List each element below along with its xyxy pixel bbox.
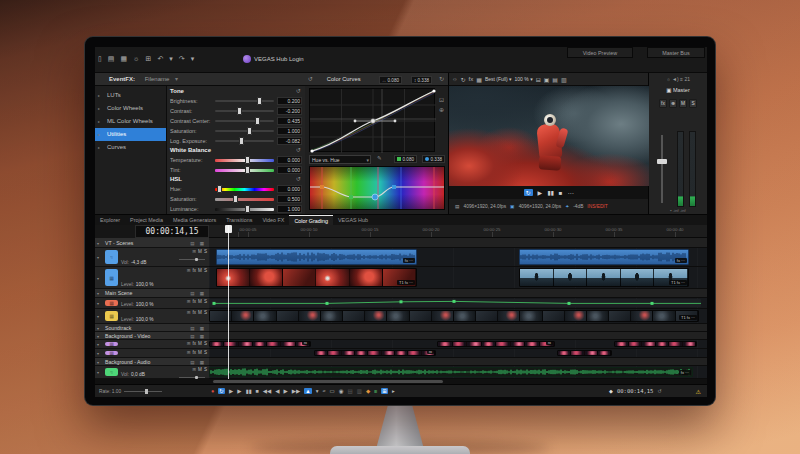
cursor-timecode[interactable]: 00:00:14,15 [617, 388, 653, 394]
timeline-clip[interactable]: fx [209, 341, 311, 347]
stop-button[interactable]: ■ [559, 190, 563, 196]
track-color-chip[interactable]: ▦ [105, 311, 118, 321]
sidebar-item-curves[interactable]: Curves [95, 141, 166, 154]
timeline-clip[interactable] [557, 350, 612, 356]
reset-icon[interactable]: ↺ [308, 76, 313, 82]
track-content[interactable] [209, 298, 707, 309]
track-button-fx[interactable]: fx [193, 341, 197, 346]
split-screen-icon[interactable]: ▦ [476, 76, 482, 83]
track-header[interactable]: ▾▦⊞fxMS [95, 340, 209, 349]
master-button-fx[interactable]: fx [659, 99, 667, 108]
snapshot-save-icon[interactable]: ▥ [561, 76, 567, 83]
track-button-s[interactable]: S [204, 310, 207, 315]
scrollbar-thumb[interactable] [213, 380, 443, 383]
value-box[interactable]: 0.435 [277, 117, 302, 125]
track-content[interactable]: fx ⋯ [209, 366, 707, 379]
track-header[interactable]: ▾Soundtrack▤ ▦ [95, 324, 209, 332]
track-content[interactable] [209, 358, 707, 366]
group-icons[interactable]: ▤ ▦ [190, 359, 206, 364]
record-button[interactable]: ● [211, 388, 214, 394]
redo-icon[interactable]: ↷ [179, 55, 185, 63]
zoom-tool-button[interactable]: ◉ [339, 388, 344, 394]
clip-fx-badge[interactable]: fx [546, 341, 553, 345]
new-project-icon[interactable]: ▯ [98, 55, 102, 63]
eventfx-preset[interactable]: Filename [145, 76, 170, 82]
track-content[interactable] [209, 332, 707, 340]
slider-contrast-center-[interactable] [215, 116, 274, 126]
track-content[interactable]: fx [209, 349, 707, 358]
track-level-label[interactable]: Level:100,0 % [121, 302, 153, 307]
previous-frame-button[interactable]: ◀ [275, 388, 279, 394]
track-color-chip[interactable]: ≈ [105, 250, 118, 264]
edit-tool-dropdown-button[interactable]: ▾ [316, 388, 319, 394]
track-content[interactable]: fx ⋯fx ⋯ [209, 248, 707, 267]
timeline-clip[interactable] [209, 299, 701, 307]
track-options-icon[interactable]: ⊞ [192, 249, 196, 254]
track-level-label[interactable]: Level:100,0 % [121, 282, 153, 287]
track-button-s[interactable]: S [204, 249, 207, 254]
collapse-chevron-icon[interactable]: ▾ [97, 325, 99, 330]
track-level-label[interactable]: Vol:-4,3 dB [121, 260, 146, 265]
loop-region-icon[interactable]: ↺ [657, 388, 661, 394]
speaker-icon[interactable]: ◄) [672, 76, 679, 82]
slider-contrast-[interactable] [215, 106, 274, 116]
track-button-fx[interactable]: fx [193, 350, 197, 355]
slider-tint-[interactable] [215, 165, 274, 175]
slider-luminance-[interactable] [215, 204, 274, 214]
value-box[interactable]: 0.000 [277, 156, 302, 164]
group-icons[interactable]: ▤ ▦ [190, 240, 206, 245]
window-layout-icon[interactable]: ⊞ [146, 55, 152, 63]
pause-button[interactable]: ▮▮ [547, 189, 554, 196]
hue-a-value[interactable]: 0.080 [394, 155, 417, 163]
undo-history-icon[interactable]: ▾ [169, 55, 173, 63]
gear-icon[interactable]: ☼ [666, 76, 671, 82]
open-project-icon[interactable]: ▤ [108, 55, 115, 63]
track-color-chip[interactable]: ▦ [105, 269, 118, 286]
clip-fx-badge[interactable]: fx ⋯ [403, 258, 415, 263]
track-color-chip[interactable]: ▦ [105, 342, 118, 346]
track-color-chip[interactable]: ▦ [105, 300, 118, 306]
track-button-m[interactable]: M [198, 310, 202, 315]
collapse-chevron-icon[interactable]: ▾ [97, 351, 99, 356]
grouping-button[interactable]: ⊞ [381, 388, 388, 394]
curve-editor-tools[interactable]: ⊡⊕ [437, 95, 446, 115]
meter-range[interactable]: 21 [684, 76, 690, 82]
track-header[interactable]: ▾▦⊞fxMSLevel:100,0 % [95, 298, 209, 309]
value-box[interactable]: 0.000 [277, 185, 302, 193]
collapse-chevron-icon[interactable]: ▾ [97, 301, 99, 306]
timeline-clip[interactable]: fx [314, 350, 436, 356]
collapse-chevron-icon[interactable]: ▾ [97, 255, 99, 260]
collapse-chevron-icon[interactable]: ▾ [97, 275, 99, 280]
tab-explorer[interactable]: Explorer [95, 215, 125, 225]
track-fader[interactable] [179, 377, 205, 378]
track-header[interactable]: ▾▦⊞fxMS [95, 349, 209, 358]
preview-zoom-dropdown[interactable]: 100 % ▾ [515, 76, 533, 82]
track-header[interactable]: ▾▦⊞fxMSLevel:100,0 % [95, 267, 209, 289]
clip-fx-badge[interactable]: T1 fx ⋯ [669, 280, 687, 285]
sidebar-item-luts[interactable]: LUTs [95, 89, 166, 102]
tab-color-grading[interactable]: Color Grading [289, 215, 333, 225]
timecode-display[interactable]: 00:00:14,15 [135, 225, 209, 238]
clip-fx-badge[interactable]: T1 fx ⋯ [397, 280, 415, 285]
track-button-s[interactable]: S [204, 367, 207, 372]
master-button-s[interactable]: S [689, 99, 697, 108]
value-box[interactable]: 1.000 [277, 205, 302, 213]
timeline-clip[interactable]: fx ⋯ [519, 249, 689, 265]
track-header[interactable]: ▾≈⊞MSVol:0,0 dB [95, 366, 209, 379]
play-button[interactable]: ▶ [237, 388, 241, 394]
collapse-chevron-icon[interactable]: ▾ [97, 342, 99, 347]
track-color-chip[interactable]: ≈ [105, 368, 118, 376]
value-box[interactable]: 0.500 [277, 195, 302, 203]
redo-history-icon[interactable]: ▾ [191, 55, 195, 63]
timeline-clip[interactable]: fx [437, 341, 555, 347]
track-header[interactable]: ▾VT - Scenes▤ ▦ [95, 238, 209, 248]
timeline-clip[interactable]: T1 fx ⋯ [216, 268, 417, 287]
master-fader-handle[interactable] [657, 159, 667, 164]
track-header[interactable]: ▾≈⊞MSVol:-4,3 dB [95, 248, 209, 267]
value-box[interactable]: -0.200 [277, 107, 302, 115]
master-button-⊕[interactable]: ⊕ [669, 99, 677, 108]
track-header[interactable]: ▾▦⊞fxMSLevel:100,0 % [95, 309, 209, 324]
auto-crossfade-button[interactable]: ▥ [357, 388, 362, 394]
track-button-fx[interactable]: fx [193, 299, 197, 304]
curve-x-value[interactable]: ↔ 0.080 [379, 76, 402, 84]
